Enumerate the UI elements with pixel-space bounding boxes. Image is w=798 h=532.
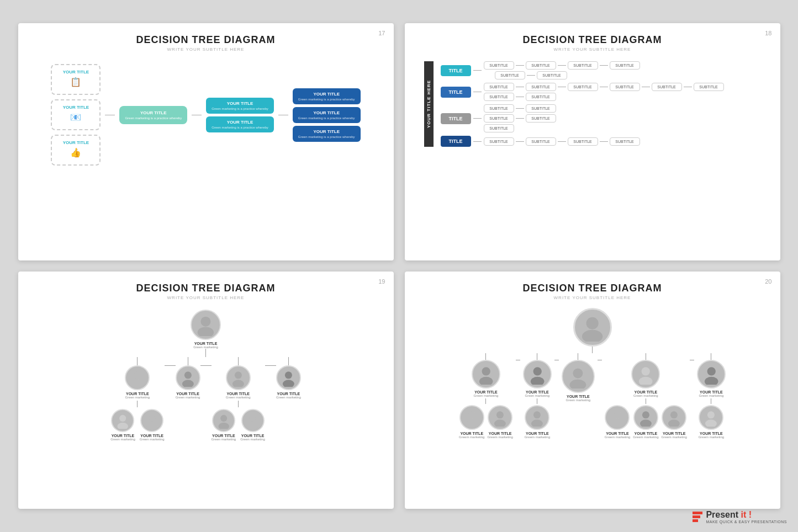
logo-bar-3	[693, 519, 698, 522]
svg-point-38	[670, 411, 678, 418]
logo-icon	[693, 512, 702, 522]
org-root: YOUR TITLE Green marketing	[191, 310, 221, 349]
h-dash-2a	[516, 87, 524, 87]
svg-point-42	[707, 411, 715, 418]
person-svg-l2-4	[244, 412, 261, 429]
s4-l2-photo-1a	[459, 405, 484, 430]
blue-box-2-title: YOUR TITLE	[212, 120, 268, 125]
l1-name-1: YOUR TITLE	[126, 392, 149, 396]
svg-point-21	[479, 377, 493, 385]
svg-point-13	[218, 423, 229, 429]
h-dash-2d	[642, 87, 650, 87]
org-root-photo	[191, 310, 221, 340]
s4-l1-center: YOUR TITLE Green marketing	[562, 353, 595, 402]
s4-svg-center	[566, 364, 590, 389]
svg-point-20	[482, 367, 490, 375]
svg-point-16	[285, 371, 292, 379]
dark-box-3: YOUR TITLE Green marketing is a practice…	[293, 126, 361, 142]
s4-l1-1: YOUR TITLE Green marketing YOUR TITLE Gr…	[459, 353, 513, 439]
subtitle-2-2: SUBTITLE	[526, 83, 556, 91]
subtitle-4-1: SUBTITLE	[484, 137, 514, 146]
l1-name-2: YOUR TITLE	[176, 392, 199, 396]
l2-photo-4	[241, 409, 265, 432]
l1-sub-1: Green marketing	[125, 396, 150, 399]
s4-l2-group-5: YOUR TITLE Greem marketing	[699, 405, 724, 439]
svg-point-11	[232, 380, 244, 386]
l2-node-2: YOUR TITLE Green marketing	[140, 409, 165, 441]
dark-box-2-title: YOUR TITLE	[298, 110, 355, 115]
svg-point-12	[220, 415, 227, 422]
l1-sub-2: Green marketing	[176, 396, 200, 399]
dashed-box-1-icon: 📋	[57, 77, 94, 87]
s4-l2-name-1b: YOUR TITLE	[489, 432, 512, 435]
svg-point-22	[468, 411, 475, 418]
svg-point-24	[496, 411, 504, 418]
s4-l2-name-1a: YOUR TITLE	[460, 432, 483, 435]
subtitle-1: SUBTITLE	[484, 61, 514, 70]
s4-vl-4	[646, 353, 646, 360]
dashed-box-3-icon: 👍	[57, 147, 94, 158]
s4-l1-sub-4: Green marketing	[633, 394, 658, 397]
s2-row-1b: SUBTITLE SUBTITLE	[495, 71, 640, 79]
svg-point-39	[668, 419, 680, 426]
l1-name-3: YOUR TITLE	[226, 392, 250, 396]
h-dash-3a	[516, 108, 524, 109]
svg-point-27	[531, 377, 545, 385]
level1-container: YOUR TITLE Green marketing YOUR TITLE Gr…	[110, 357, 301, 441]
s2-row-2b: SUBTITLE SUBTITLE	[484, 93, 724, 101]
subtitle-4-4: SUBTITLE	[610, 137, 640, 146]
s2-col-1: SUBTITLE SUBTITLE SUBTITLE SUBTITLE SUBT…	[484, 61, 640, 79]
s2-row-2a: SUBTITLE SUBTITLE SUBTITLE SUBTITLE SUBT…	[484, 83, 724, 91]
s4-root-photo	[573, 308, 612, 347]
logo-text-group: Present it ! MAKE QUICK & EASY PRESENTAT…	[706, 510, 787, 524]
s4-hl-3	[598, 360, 602, 360]
logo-area: Present it ! MAKE QUICK & EASY PRESENTAT…	[693, 510, 787, 524]
person-svg-l2-2	[144, 412, 160, 429]
s4-l1-sub-1: Green marketing	[474, 394, 499, 397]
svg-point-1	[198, 327, 214, 336]
h-span-1	[165, 365, 176, 366]
slide-1-title: DECISION TREE DIAGRAM	[32, 34, 380, 46]
s4-l2-sub-1b: Greem marketing	[487, 435, 512, 439]
s4-l1-photo-2	[523, 360, 552, 389]
s4-svg-1	[475, 364, 496, 385]
dashed-box-1-title: YOUR TITLE	[57, 70, 94, 75]
green-box-text: Green marketing is a practice whereby	[125, 116, 182, 120]
s4-l2-group-2: YOUR TITLE Greem marketing	[525, 405, 550, 439]
s4-l1-photo-4	[631, 360, 660, 389]
logo-bar-1	[693, 512, 702, 514]
svg-point-6	[149, 415, 155, 422]
green-box-title: YOUR TITLE	[125, 110, 182, 115]
s4-l2-photo-4a	[605, 405, 630, 430]
s4-l2-5a: YOUR TITLE Greem marketing	[699, 405, 724, 439]
svg-point-19	[582, 330, 603, 341]
slide-2-content: YOUR TITLE HERE TITLE SUBTITLE SUBTITLE …	[419, 58, 767, 150]
h-dash-2b	[558, 87, 566, 87]
subtitle-3-2b: SUBTITLE	[526, 114, 556, 123]
slide-4-title: DECISION TREE DIAGRAM	[419, 283, 767, 294]
h-dash-4c	[600, 141, 608, 142]
l1-photo-1	[125, 365, 150, 390]
h-dash-1d	[527, 75, 535, 76]
h-dash-4b	[558, 141, 566, 142]
svg-point-40	[707, 367, 715, 375]
s4-l1-name-1: YOUR TITLE	[474, 390, 498, 394]
slide-4: 20 DECISION TREE DIAGRAM WRITE YOUR SUBT…	[405, 272, 780, 509]
dark-box-1-text: Green marketing is a practice whereby	[298, 98, 355, 101]
svg-point-43	[705, 419, 717, 426]
s4-l1-photo-center	[562, 360, 595, 393]
s4-l2-4c: YOUR TITLE Greem marketing	[662, 405, 687, 439]
slide-number-4: 20	[765, 278, 771, 285]
s4-l2-name-5a: YOUR TITLE	[700, 432, 723, 435]
s2-row-1a: SUBTITLE SUBTITLE SUBTITLE SUBTITLE	[484, 61, 640, 70]
svg-point-7	[146, 423, 157, 429]
s2-row-2: TITLE SUBTITLE SUBTITLE SUBTITLE SUBTITL…	[441, 83, 761, 101]
h-span-2	[200, 365, 212, 366]
s4-l2-1b: YOUR TITLE Greem marketing	[487, 405, 512, 439]
dashed-box-2-title: YOUR TITLE	[57, 105, 94, 110]
logo-bar-2	[693, 515, 700, 518]
h-dash-2	[473, 92, 482, 92]
slide-1: 17 DECISION TREE DIAGRAM WRITE YOUR SUBT…	[18, 23, 394, 260]
s4-l1-name-center: YOUR TITLE	[567, 395, 590, 398]
svg-point-0	[201, 317, 211, 327]
